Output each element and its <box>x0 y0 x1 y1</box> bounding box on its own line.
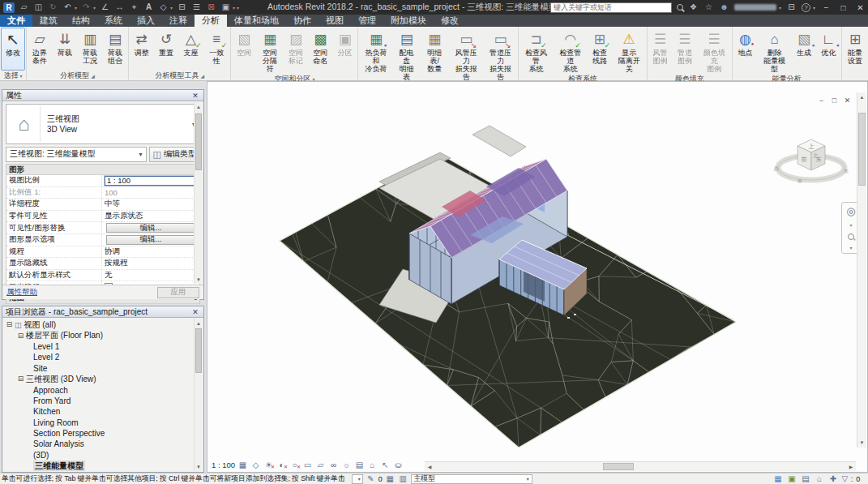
section-icon[interactable]: ⊟ <box>177 2 187 13</box>
app-store-icon[interactable]: ⊟ <box>786 2 797 13</box>
panel-label-select[interactable]: 选择▾ <box>1 71 25 80</box>
properties-header[interactable]: 属性✕ <box>2 90 203 101</box>
load-cases-button[interactable]: 荷载 工况 <box>78 28 102 71</box>
visual-style-icon[interactable]: ◇ <box>250 460 261 469</box>
design-options-combo[interactable]: 主模型▾ <box>411 474 532 484</box>
tab-annotate[interactable]: 注释 <box>162 15 195 27</box>
worksets-combo[interactable]: ▾ <box>352 474 363 484</box>
render-icon[interactable]: ○ <box>289 460 300 469</box>
tab-architecture[interactable]: 建筑 <box>32 15 65 27</box>
properties-help-link[interactable]: 属性帮助 <box>6 287 37 298</box>
thin-lines-icon[interactable]: ☰ <box>191 2 202 13</box>
tab-systems[interactable]: 系统 <box>97 15 130 27</box>
3d-view[interactable]: 上 前 东 北 东 南 西 <box>207 82 867 472</box>
pipe-legend-button[interactable]: 管道 图例 <box>673 28 696 74</box>
tab-insert[interactable]: 插入 <box>130 15 162 27</box>
project-browser-close-icon[interactable]: ✕ <box>190 308 200 316</box>
tab-view[interactable]: 视图 <box>319 15 351 27</box>
sync-icon[interactable]: ↻ <box>48 2 58 13</box>
worksharing-icon[interactable]: ▦ <box>385 474 396 484</box>
vertical-scrollbar[interactable]: ▲ ▼ <box>857 92 866 448</box>
select-underlay-icon[interactable]: ▤ <box>800 474 810 484</box>
panel-label-analytical-model[interactable]: 分析模型◢ <box>28 71 127 80</box>
tag-icon[interactable]: ⌖ <box>129 2 139 13</box>
sun-path-icon[interactable]: ☀ <box>263 460 274 469</box>
scroll-up-icon[interactable]: ▲ <box>857 92 866 102</box>
scroll-left-icon[interactable]: ◀ <box>425 464 434 469</box>
edit-type-button[interactable]: 编辑类型 <box>149 147 200 162</box>
tree-item-section-perspective[interactable]: Section Perspective <box>4 428 203 439</box>
customize-qat-icon[interactable]: ▾ <box>237 5 239 11</box>
space-button[interactable]: 空间 <box>232 28 255 74</box>
instance-selector-combo[interactable]: 三维视图: 三维能量模型▾ <box>6 147 147 162</box>
drawing-area[interactable]: 上 前 东 北 东 南 西 − □ ✕ ◎ ▾ ▾ ▲ ▼ ◀ <box>207 81 868 473</box>
parts-visibility-value[interactable]: 显示原状态 <box>102 211 199 222</box>
scale-label[interactable]: 1 : 100 <box>212 460 235 469</box>
analytical-model-icon[interactable]: ⌂ <box>367 460 378 469</box>
supports-button[interactable]: 支座 <box>179 28 203 71</box>
tab-analyze[interactable]: 分析 <box>195 15 227 27</box>
crop-view-icon[interactable]: ▭ <box>302 460 313 469</box>
tab-modify[interactable]: 修改 <box>434 15 466 27</box>
tree-item-3d-views[interactable]: ⊟三维视图 (3D View) <box>4 374 203 384</box>
select-pinned-icon[interactable]: ⌂ <box>814 474 824 484</box>
pipe-pressure-loss-button[interactable]: 管道压力 损失报告 <box>484 28 517 82</box>
compass-west-label[interactable]: 西 <box>774 166 779 172</box>
steering-wheel-icon[interactable]: ◎ <box>846 205 855 217</box>
tree-item-level1[interactable]: Level 1 <box>4 341 203 352</box>
redo-dropdown-icon[interactable]: ▾ <box>93 5 96 11</box>
drag-elements-icon[interactable]: ✚ <box>827 474 838 484</box>
threed-dropdown-icon[interactable]: ▾ <box>170 5 173 11</box>
filter-icon[interactable]: ▽ <box>841 474 848 483</box>
check-circuits-button[interactable]: 检查 线路 <box>588 28 611 74</box>
reveal-hidden-icon[interactable]: ☼ <box>341 460 352 469</box>
text-icon[interactable]: A <box>143 2 154 13</box>
properties-scrollbar[interactable]: ▲ ▼ <box>194 102 203 284</box>
user-icon[interactable]: ☻ <box>719 2 729 13</box>
loads-button[interactable]: 荷载 <box>53 28 77 71</box>
navbar-dropdown-icon[interactable]: ▾ <box>849 222 852 228</box>
apply-button[interactable]: 应用 <box>157 287 199 298</box>
colorfill-legend-button[interactable]: 颜色填充 图例 <box>698 28 731 74</box>
reset-button[interactable]: 重置 <box>154 28 177 71</box>
adjust-button[interactable]: 调整 <box>130 28 153 71</box>
favorites-star-icon[interactable]: ☆ <box>703 2 714 13</box>
check-duct-systems-button[interactable]: 检查风管 系统 <box>520 28 553 74</box>
constraints-icon[interactable]: ⛀ <box>393 460 404 469</box>
close-button[interactable]: ✕ <box>854 2 866 13</box>
duct-legend-button[interactable]: 风管 图例 <box>648 28 672 74</box>
space-tag-button[interactable]: 空间 标记 <box>284 28 307 74</box>
show-disconnects-button[interactable]: 显示 隔离开关 <box>613 28 646 74</box>
compass-east-label[interactable]: 东 <box>844 168 849 173</box>
type-selector[interactable]: ⌂ 三维视图3D View ▾ <box>6 104 200 144</box>
save-icon[interactable]: ◫ <box>33 2 44 13</box>
editing-requests-icon[interactable]: ✎ <box>366 474 376 484</box>
collapse-icon[interactable]: ⊟ <box>17 375 24 383</box>
consistency-button[interactable]: 一致性 <box>203 28 229 71</box>
tab-collaborate[interactable]: 协作 <box>286 15 319 27</box>
properties-close-icon[interactable]: ✕ <box>190 92 200 100</box>
tab-structure[interactable]: 结构 <box>65 15 97 27</box>
redo-icon[interactable]: ↷ <box>81 2 92 13</box>
optimize-button[interactable]: 优化 <box>817 28 840 74</box>
tree-item-living-room[interactable]: Living Room <box>4 418 203 428</box>
scroll-up-icon[interactable]: ▲ <box>195 102 203 111</box>
navbar-dropdown-icon[interactable]: ▾ <box>849 245 852 251</box>
undo-dropdown-icon[interactable]: ▾ <box>75 5 77 11</box>
aligned-dimension-icon[interactable]: ↔ <box>114 2 125 13</box>
zone-button[interactable]: 分区 <box>333 28 357 74</box>
scroll-right-icon[interactable]: ▶ <box>846 464 856 469</box>
load-combinations-button[interactable]: 荷载 组合 <box>103 28 127 71</box>
schedule-quantities-button[interactable]: 明细表/ 数量 <box>421 28 449 82</box>
default-3d-view-icon[interactable]: ◇ <box>158 2 169 13</box>
undo-icon[interactable]: ↶ <box>62 2 73 13</box>
energy-settings-button[interactable]: 能量 设置 <box>843 28 867 71</box>
help-dropdown-icon[interactable]: ▾ <box>813 5 815 11</box>
close-hidden-windows-icon[interactable]: ⊠ <box>206 2 216 13</box>
displacement-icon[interactable]: ↖ <box>380 460 391 469</box>
zoom-tool-icon[interactable] <box>848 233 854 240</box>
section-graphics[interactable]: 图形▴ <box>6 165 199 175</box>
view-minimize-icon[interactable]: − <box>816 96 827 105</box>
tree-item-solar-analysis[interactable]: Solar Analysis <box>4 439 203 449</box>
boundary-conditions-button[interactable]: 边界 条件 <box>28 28 52 71</box>
